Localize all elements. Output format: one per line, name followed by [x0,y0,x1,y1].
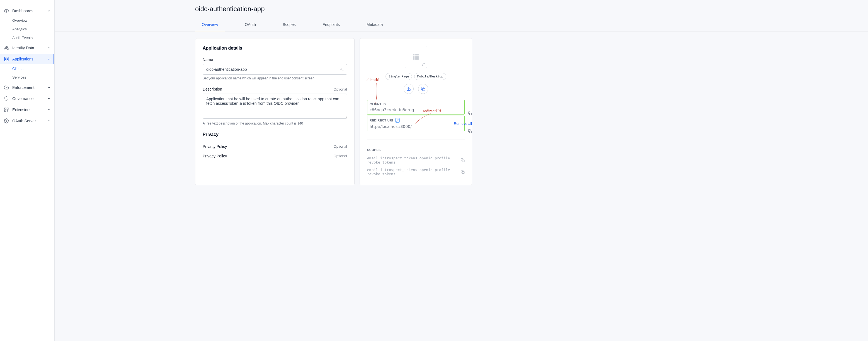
nav-label: OAuth Server [12,119,36,123]
privacy-row-1: Privacy Policy Optional [203,143,347,152]
nav-group-enforcement: Enforcement [0,82,54,93]
nav-head-applications[interactable]: Applications [0,54,54,64]
svg-point-0 [6,10,7,12]
grid-icon [3,57,9,62]
nav-item-overview[interactable]: Overview [12,16,54,25]
svg-rect-19 [462,171,464,174]
client-id-value: c86nqa3cre4ntiu8drng [370,107,462,112]
edit-redirect-uri-button[interactable] [395,118,400,123]
scopes-label: SCOPES [367,148,465,151]
copy-client-id-icon[interactable] [468,111,472,115]
tab-overview[interactable]: Overview [195,19,225,31]
chevron-down-icon [47,119,51,123]
privacy-row-2: Privacy Policy Optional [203,152,347,162]
svg-rect-4 [7,60,8,61]
sidebar-top-divider [0,1,54,3]
chevron-down-icon [47,46,51,50]
field-name: Name Set your application name which wil… [203,57,347,80]
nav-label: Enforcement [12,85,34,90]
nav-group-oauth-server: OAuth Server [0,115,54,126]
redirect-uri-highlight: REDIRECT URI http://localhost:3000/ [367,115,465,131]
redirect-uri-label: REDIRECT URI [370,119,393,122]
nav-sub-applications: Clients Services [0,64,54,81]
app-icon-grid [413,54,419,60]
pill-mobile-desktop: Mobile/Desktop [414,73,446,80]
pencil-icon[interactable] [422,63,426,67]
privacy-policy-optional: Optional [334,154,347,158]
nav-group-extensions: Extensions [0,104,54,115]
tab-metadata[interactable]: Metadata [360,19,390,31]
client-id-label: CLIENT ID [370,103,386,106]
nav-item-analytics[interactable]: Analytics [12,25,54,33]
copy-scopes-icon[interactable] [461,170,465,174]
nav-item-clients[interactable]: Clients [12,64,54,73]
privacy-heading: Privacy [203,132,347,137]
nav-head-dashboards[interactable]: Dashboards [0,6,54,16]
chevron-down-icon [47,97,51,101]
tab-endpoints[interactable]: Endpoints [316,19,346,31]
name-label: Name [203,57,213,62]
page-title: oidc-authentication-app [55,0,868,19]
tab-oauth[interactable]: OAuth [238,19,262,31]
summary-actions [367,84,465,94]
translate-icon[interactable] [340,67,344,72]
redirect-uri-block: REDIRECT URI http://localhost:3000/ [370,118,462,129]
summary-card: Single Page Mobile/Desktop clientId [360,38,472,185]
download-button[interactable] [404,84,414,94]
content-row: Application details Name Set your applic… [55,32,868,185]
cloud-alert-icon [3,85,9,90]
nav-item-audit-events[interactable]: Audit Events [12,33,54,42]
nav-head-oauth-server[interactable]: OAuth Server [0,115,54,126]
scopes-text: email introspect_tokens openid profile r… [367,168,461,176]
svg-rect-18 [462,160,464,162]
remove-all-link[interactable]: Remove all [454,122,472,126]
users-icon [3,45,9,50]
privacy-policy-label: Privacy Policy [203,144,227,149]
tab-scopes[interactable]: Scopes [276,19,303,31]
nav-group-identity: Identity Data [0,43,54,53]
svg-rect-12 [340,68,342,70]
app-type-pills: Single Page Mobile/Desktop [367,73,465,80]
chevron-up-icon [47,9,51,13]
copy-button[interactable] [418,84,428,94]
svg-rect-3 [7,57,8,59]
app-icon-placeholder[interactable] [405,46,427,68]
svg-rect-5 [4,60,6,61]
nav-group-applications: Applications Clients Services [0,54,54,81]
nav-sub-dashboards: Overview Analytics Audit Events [0,16,54,42]
privacy-policy-optional: Optional [334,144,347,149]
nav-head-extensions[interactable]: Extensions [0,104,54,115]
nav-head-enforcement[interactable]: Enforcement [0,82,54,93]
shield-icon [3,96,9,101]
description-textarea[interactable] [203,94,347,119]
sidebar: Dashboards Overview Analytics Audit Even… [0,0,55,341]
chevron-down-icon [47,108,51,112]
details-heading: Application details [203,46,347,51]
name-help: Set your application name which will app… [203,76,347,80]
svg-rect-7 [7,108,8,109]
description-optional: Optional [334,87,347,91]
name-input[interactable] [203,64,347,75]
description-label: Description [203,87,222,91]
nav-label: Extensions [12,107,31,112]
svg-rect-15 [423,88,425,91]
nav-head-identity[interactable]: Identity Data [0,43,54,53]
nav-group-dashboards: Dashboards Overview Analytics Audit Even… [0,6,54,42]
nav-group-governance: Governance [0,93,54,104]
gear-icon [3,118,9,124]
scopes-text: email introspect_tokens openid profile r… [367,156,461,164]
nav-head-governance[interactable]: Governance [0,93,54,104]
scopes-line-1: email introspect_tokens openid profile r… [367,154,465,166]
field-description: Description Optional A free text descrip… [203,87,347,125]
nav-label: Dashboards [12,9,33,13]
svg-rect-16 [469,113,472,115]
client-id-highlight: CLIENT ID c86nqa3cre4ntiu8drng [367,100,465,114]
copy-redirect-uri-icon[interactable] [468,129,472,133]
svg-rect-17 [469,131,472,133]
privacy-policy-label: Privacy Policy [203,154,227,158]
pill-single-page: Single Page [385,73,412,80]
svg-point-11 [6,121,7,122]
nav-label: Governance [12,96,33,101]
copy-scopes-icon[interactable] [461,158,465,162]
nav-item-services[interactable]: Services [12,73,54,81]
